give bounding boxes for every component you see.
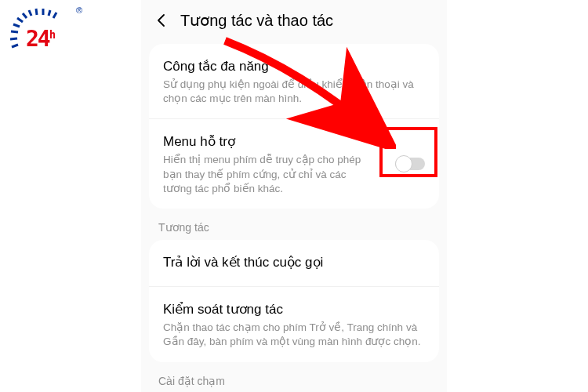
registered-mark: ® — [76, 5, 82, 15]
item-interaction-control[interactable]: Kiểm soát tương tác Chặn thao tác chạm c… — [149, 286, 439, 361]
svg-line-2 — [11, 31, 18, 32]
section-label-interaction: Tương tác — [141, 220, 447, 240]
assistant-menu-toggle[interactable] — [395, 155, 425, 172]
svg-line-9 — [49, 10, 50, 16]
section-interaction: Trả lời và kết thúc cuộc gọi Kiểm soát t… — [149, 240, 439, 361]
item-title: Công tắc đa năng — [163, 58, 425, 74]
section-label-touch: Cài đặt chạm — [141, 373, 447, 392]
section-main: Công tắc đa năng Sử dụng phụ kiện ngoài … — [149, 44, 439, 209]
item-desc: Chặn thao tác chạm cho phím Trở về, Tran… — [163, 321, 425, 349]
svg-line-7 — [36, 9, 37, 15]
svg-line-0 — [12, 45, 18, 47]
item-title: Trả lời và kết thúc cuộc gọi — [163, 254, 425, 270]
brand-logo: 24h ® — [4, 4, 82, 59]
header-bar: Tương tác và thao tác — [141, 0, 447, 44]
svg-line-3 — [13, 24, 20, 27]
svg-line-4 — [17, 18, 23, 22]
back-icon[interactable] — [154, 13, 169, 28]
svg-line-1 — [10, 38, 17, 39]
item-desc: Hiển thị menu phím dễ truy cập cho phép … — [163, 153, 425, 196]
svg-line-6 — [29, 10, 31, 16]
item-title: Kiểm soát tương tác — [163, 301, 425, 318]
svg-line-5 — [23, 13, 27, 18]
page-title: Tương tác và thao tác — [180, 11, 333, 30]
logo-text: 24h — [26, 26, 54, 52]
svg-line-10 — [53, 13, 56, 18]
phone-screen: Tương tác và thao tác Công tắc đa năng S… — [141, 0, 447, 392]
item-universal-switch[interactable]: Công tắc đa năng Sử dụng phụ kiện ngoài … — [149, 44, 439, 118]
item-desc: Sử dụng phụ kiện ngoài để điều khiển điệ… — [163, 78, 425, 106]
item-assistant-menu[interactable]: Menu hỗ trợ Hiển thị menu phím dễ truy c… — [149, 118, 439, 209]
item-answer-end-calls[interactable]: Trả lời và kết thúc cuộc gọi — [149, 240, 439, 286]
toggle-thumb — [395, 155, 412, 172]
item-title: Menu hỗ trợ — [163, 133, 425, 150]
